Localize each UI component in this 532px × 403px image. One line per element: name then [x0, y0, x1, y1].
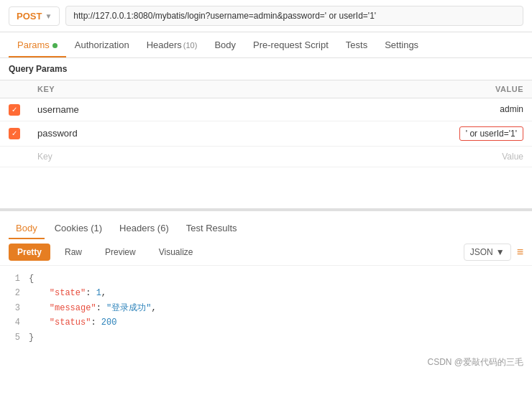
format-visualize[interactable]: Visualize [150, 244, 202, 261]
val-col-header: VALUE [242, 80, 532, 98]
key-col-header: KEY [29, 80, 242, 98]
table-row: ✓ password ' or userId='1' [0, 121, 532, 146]
tab-body[interactable]: Body [206, 32, 244, 57]
url-bar: POST ▼ [0, 0, 532, 32]
table-row-placeholder: Key Value [0, 146, 532, 167]
format-raw[interactable]: Raw [56, 244, 91, 261]
query-params-title: Query Params [0, 58, 532, 80]
response-tab-body[interactable]: Body [9, 217, 45, 239]
format-pretty[interactable]: Pretty [9, 244, 50, 261]
tab-params[interactable]: Params [9, 32, 66, 57]
method-select[interactable]: POST ▼ [9, 6, 60, 26]
code-line-2: 2 "state": 1, [9, 286, 523, 300]
watermark: CSDN @爱敲代码的三毛 [0, 351, 532, 374]
code-block: 1 { 2 "state": 1, 3 "message": "登录成功", 4… [0, 266, 532, 351]
request-tabs: Params Authorization Headers(10) Body Pr… [0, 32, 532, 58]
response-tab-headers[interactable]: Headers (6) [112, 217, 176, 239]
format-preview[interactable]: Preview [96, 244, 145, 261]
row2-value[interactable]: ' or userId='1' [459, 126, 523, 141]
response-tabs: Body Cookies (1) Headers (6) Test Result… [0, 209, 532, 239]
code-line-5: 5 } [9, 330, 523, 345]
wrap-icon[interactable]: ≡ [517, 246, 523, 259]
response-tab-cookies[interactable]: Cookies (1) [47, 217, 109, 239]
checkbox-col-header [0, 80, 29, 98]
format-bar: Pretty Raw Preview Visualize JSON ▼ ≡ [0, 239, 532, 266]
chevron-down-icon: ▼ [45, 12, 52, 20]
tab-authorization[interactable]: Authorization [66, 32, 138, 57]
row2-key[interactable]: password [29, 121, 242, 146]
row1-key[interactable]: username [29, 98, 242, 121]
row1-checkbox[interactable]: ✓ [9, 104, 20, 116]
response-tab-testresults[interactable]: Test Results [179, 217, 244, 239]
code-line-3: 3 "message": "登录成功", [9, 301, 523, 315]
type-selector[interactable]: JSON ▼ [464, 244, 511, 261]
tab-headers[interactable]: Headers(10) [138, 32, 206, 57]
code-line-1: 1 { [9, 272, 523, 286]
response-section: Body Cookies (1) Headers (6) Test Result… [0, 208, 532, 374]
method-label: POST [17, 11, 42, 22]
table-row: ✓ username admin [0, 98, 532, 121]
row2-checkbox[interactable]: ✓ [9, 128, 20, 139]
placeholder-value[interactable]: Value [502, 152, 523, 162]
params-dot-icon [52, 43, 58, 48]
params-table: KEY VALUE ✓ username admin ✓ p [0, 80, 532, 167]
chevron-down-icon: ▼ [496, 247, 505, 257]
tab-prerequest[interactable]: Pre-request Script [244, 32, 337, 57]
tab-settings[interactable]: Settings [376, 32, 427, 57]
code-line-4: 4 "status": 200 [9, 315, 523, 330]
placeholder-key[interactable]: Key [29, 146, 242, 167]
url-input[interactable] [65, 6, 523, 26]
tab-tests[interactable]: Tests [337, 32, 376, 57]
row1-value[interactable]: admin [500, 104, 523, 114]
